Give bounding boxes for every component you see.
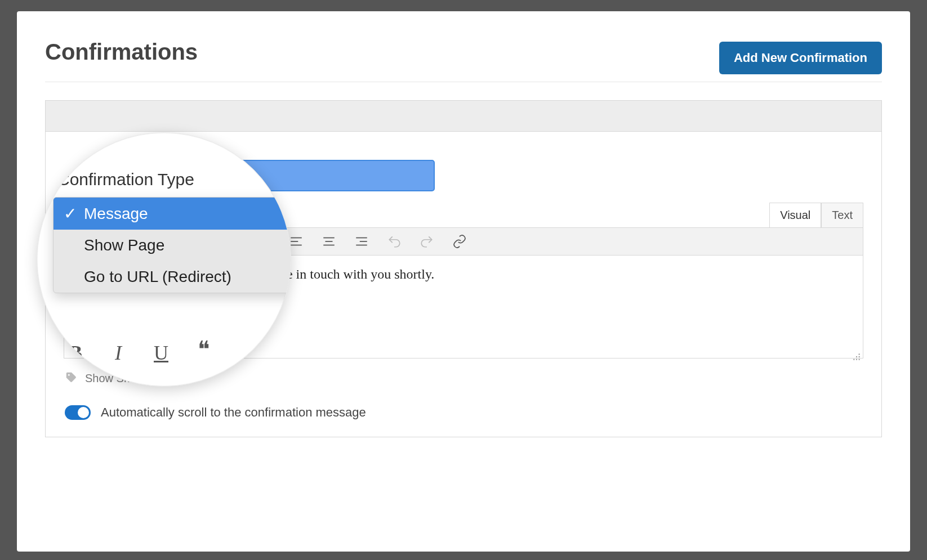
link-icon[interactable] — [452, 234, 467, 249]
svg-point-21 — [68, 374, 70, 376]
confirmation-type-label: Confirmation Type — [37, 170, 291, 197]
settings-window: Confirmations Add New Confirmation Visua… — [17, 11, 910, 552]
auto-scroll-label: Automatically scroll to the confirmation… — [101, 405, 366, 420]
underline-icon[interactable]: U — [151, 341, 171, 365]
dropdown-option-show-page[interactable]: Show Page — [54, 230, 291, 261]
confirmation-type-dropdown[interactable]: ✓ Message Show Page Go to URL (Redirect) — [53, 197, 291, 293]
auto-scroll-row: Automatically scroll to the confirmation… — [65, 405, 862, 420]
tab-text[interactable]: Text — [821, 203, 863, 227]
svg-point-17 — [859, 356, 860, 357]
align-center-icon[interactable] — [321, 234, 337, 249]
align-left-icon[interactable] — [288, 234, 304, 249]
page-title: Confirmations — [45, 39, 198, 65]
redo-icon[interactable] — [419, 234, 435, 249]
svg-point-18 — [853, 359, 854, 360]
resize-grip-icon[interactable] — [853, 349, 861, 357]
svg-point-16 — [856, 356, 857, 357]
divider — [45, 82, 882, 82]
undo-icon[interactable] — [386, 234, 402, 249]
panel-header-bar[interactable] — [46, 101, 881, 132]
check-icon: ✓ — [64, 204, 76, 223]
zoom-lens: Confirmation Type ✓ Message Show Page Go… — [37, 132, 291, 387]
add-new-confirmation-button[interactable]: Add New Confirmation — [719, 42, 882, 74]
tab-visual[interactable]: Visual — [769, 203, 821, 227]
italic-icon[interactable]: I — [108, 341, 128, 365]
dropdown-option-redirect[interactable]: Go to URL (Redirect) — [54, 261, 291, 293]
header-row: Confirmations Add New Confirmation — [45, 34, 882, 82]
align-right-icon[interactable] — [354, 234, 369, 249]
svg-point-15 — [859, 353, 860, 355]
svg-point-19 — [856, 359, 857, 360]
lens-toolbar: B I U ❝ — [65, 341, 214, 365]
auto-scroll-toggle[interactable] — [65, 405, 91, 420]
quote-icon[interactable]: ❝ — [194, 341, 214, 365]
svg-point-20 — [859, 359, 860, 360]
dropdown-option-message[interactable]: ✓ Message — [54, 198, 291, 230]
tag-icon — [65, 371, 77, 386]
